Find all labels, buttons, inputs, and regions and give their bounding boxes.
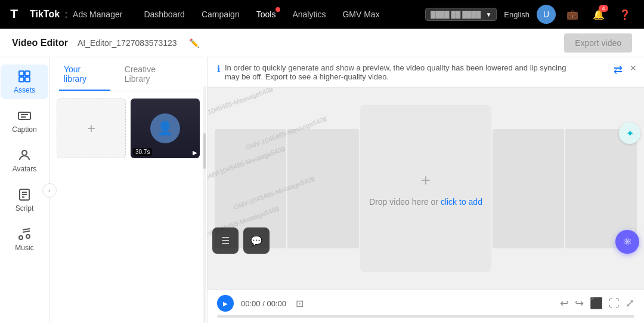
- undo-button[interactable]: ↩: [560, 297, 569, 310]
- sidebar-item-music[interactable]: Music: [1, 222, 48, 257]
- expand-button[interactable]: ⤢: [626, 297, 634, 310]
- svg-rect-3: [19, 77, 24, 82]
- info-icon: ℹ: [217, 64, 220, 73]
- timeline-controls: ▶ 00:00 / 00:00 ⊡ ↩ ↪ ⬛ ⛶ ⤢: [217, 295, 634, 312]
- video-panel-left-2: [287, 129, 359, 248]
- collapse-panel-button[interactable]: ‹: [42, 183, 57, 198]
- tab-your-library[interactable]: Your library: [59, 57, 110, 91]
- edit-filename-icon[interactable]: ✏️: [189, 38, 199, 48]
- svg-point-13: [19, 236, 23, 239]
- account-selector[interactable]: ████ ██ ████ ▼: [425, 8, 497, 21]
- info-banner: ℹ In order to quickly generate and show …: [208, 57, 644, 88]
- panel-media-grid: + 👤 30.7s ▶: [49, 91, 207, 323]
- main-layout: Assets Caption Avatars Script: [0, 57, 644, 323]
- nav-gmv-max[interactable]: GMV Max: [335, 6, 386, 23]
- svg-point-14: [26, 235, 30, 238]
- sidebar-item-script[interactable]: Script: [1, 183, 48, 217]
- chat-icon: 💬: [250, 235, 262, 247]
- subheader: Video Editor AI_Editor_1727083573123 ✏️ …: [0, 29, 644, 57]
- script-icon: [17, 187, 32, 202]
- help-icon-btn[interactable]: ❓: [615, 5, 634, 24]
- timeline-right-controls: ↩ ↪ ⬛ ⛶ ⤢: [560, 297, 634, 310]
- svg-rect-2: [25, 71, 30, 76]
- user-avatar[interactable]: U: [537, 5, 556, 24]
- editor-filename: AI_Editor_1727083573123: [78, 38, 177, 48]
- brand-name: TikTok: [30, 9, 60, 20]
- drop-zone-plus-icon: +: [421, 171, 431, 190]
- list-icon: ☰: [221, 235, 230, 247]
- tab-creative-library[interactable]: Creative Library: [120, 57, 188, 91]
- redo-button[interactable]: ↪: [575, 297, 584, 310]
- translate-icon[interactable]: ⇄: [614, 63, 623, 76]
- magic-icon: ✦: [626, 128, 634, 139]
- nav-links: Dashboard Campaign Tools Analytics GMV M…: [137, 6, 411, 23]
- svg-line-15: [23, 229, 30, 230]
- assets-label: Assets: [14, 86, 35, 94]
- panel-tabs: Your library Creative Library: [49, 57, 207, 91]
- music-label: Music: [15, 244, 33, 252]
- floating-buttons: ☰ 💬: [212, 227, 270, 254]
- panel-scrollbar[interactable]: [203, 86, 206, 323]
- tools-dot: [275, 7, 280, 12]
- close-banner-icon[interactable]: ✕: [630, 63, 637, 73]
- nav-analytics[interactable]: Analytics: [285, 6, 333, 23]
- music-icon: [17, 227, 32, 241]
- sidebar-item-assets[interactable]: Assets: [1, 64, 48, 99]
- notification-badge: 4: [599, 5, 608, 12]
- keyframe-button[interactable]: ⬛: [590, 297, 603, 310]
- fullscreen-button[interactable]: ⛶: [609, 297, 620, 310]
- add-media-icon: +: [87, 120, 95, 137]
- media-duration-badge: 30.7s: [133, 148, 152, 156]
- nav-tools[interactable]: Tools: [249, 6, 283, 23]
- svg-rect-5: [18, 112, 30, 119]
- bell-icon-btn[interactable]: 🔔 4: [589, 5, 608, 24]
- sidebar-item-caption[interactable]: Caption: [1, 104, 48, 139]
- assets-icon: [17, 69, 32, 84]
- help-icon: ❓: [619, 9, 631, 20]
- nav-campaign[interactable]: Campaign: [194, 6, 247, 23]
- ai-assistant-button[interactable]: ⚛: [615, 230, 639, 254]
- svg-rect-1: [19, 71, 24, 76]
- caption-label: Caption: [12, 125, 36, 134]
- tiktok-logo-icon: T: [10, 5, 26, 24]
- right-icons: ✦: [615, 118, 644, 149]
- nav-right: ████ ██ ████ ▼ English U 💼 🔔 4 ❓: [425, 5, 634, 24]
- top-navigation: T TikTok : Ads Manager Dashboard Campaig…: [0, 0, 644, 29]
- upload-media-placeholder[interactable]: +: [57, 99, 126, 158]
- briefcase-icon-btn[interactable]: 💼: [563, 5, 582, 24]
- svg-rect-4: [25, 77, 30, 82]
- video-panel-right-1: [493, 129, 564, 248]
- ai-icon: ⚛: [623, 235, 632, 248]
- account-chevron-icon: ▼: [485, 11, 491, 18]
- assets-panel: Your library Creative Library + 👤 30.7s …: [49, 57, 208, 323]
- crop-icon[interactable]: ⊡: [296, 298, 304, 309]
- sidebar-item-avatars[interactable]: Avatars: [1, 143, 48, 178]
- click-to-add-link[interactable]: click to add: [441, 197, 482, 207]
- avatars-label: Avatars: [13, 165, 36, 173]
- briefcase-icon: 💼: [566, 9, 578, 20]
- nav-dashboard[interactable]: Dashboard: [137, 6, 192, 23]
- script-label: Script: [16, 204, 34, 213]
- video-preview-area: GMV-1045465-Message5400 GMV-1045465-Mess…: [208, 88, 644, 290]
- play-button[interactable]: ▶: [217, 295, 234, 312]
- svg-line-16: [23, 231, 30, 232]
- media-thumbnail-1[interactable]: 👤 30.7s ▶: [131, 99, 200, 158]
- timeline-progress-bar[interactable]: [217, 315, 634, 318]
- export-video-button[interactable]: Export video: [564, 33, 632, 53]
- timeline: ▶ 00:00 / 00:00 ⊡ ↩ ↪ ⬛ ⛶ ⤢: [208, 290, 644, 323]
- language-selector[interactable]: English: [504, 10, 530, 19]
- drop-zone-text: Drop video here or click to add: [369, 197, 482, 207]
- app-name: Ads Manager: [73, 10, 122, 19]
- magic-wand-button[interactable]: ✦: [619, 122, 640, 144]
- page-title: Video Editor: [12, 38, 68, 48]
- main-content: ℹ In order to quickly generate and show …: [208, 57, 644, 323]
- avatars-icon: [17, 148, 32, 162]
- play-icon: ▶: [223, 300, 228, 307]
- brand-logo[interactable]: T TikTok : Ads Manager: [10, 5, 122, 24]
- caption-icon: [17, 109, 32, 123]
- chat-button[interactable]: 💬: [243, 227, 270, 254]
- current-time: 00:00 / 00:00: [241, 299, 286, 308]
- video-drop-zone[interactable]: + Drop video here or click to add: [360, 105, 491, 272]
- svg-point-8: [22, 150, 27, 155]
- list-view-button[interactable]: ☰: [212, 227, 239, 254]
